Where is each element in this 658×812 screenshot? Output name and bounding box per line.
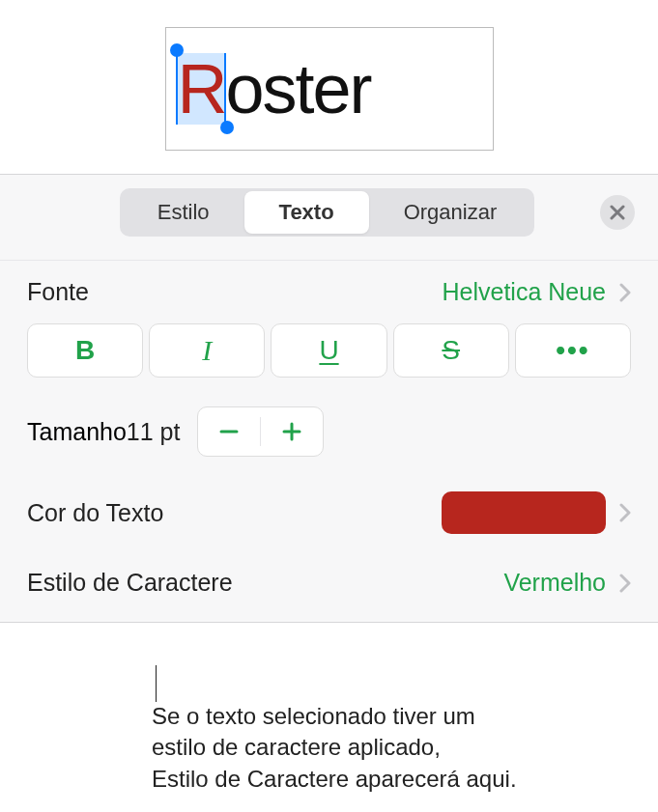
size-value: 11 pt (127, 418, 181, 446)
strikethrough-button[interactable]: S (393, 323, 509, 378)
text-color-row[interactable]: Cor do Texto (0, 474, 658, 551)
italic-icon: I (202, 334, 212, 367)
chevron-right-icon (619, 283, 631, 302)
more-options-button[interactable]: ••• (515, 323, 631, 378)
size-label: Tamanho (27, 418, 127, 446)
tab-arrange[interactable]: Organizar (369, 191, 532, 234)
italic-button[interactable]: I (149, 323, 265, 378)
text-color-swatch[interactable] (442, 491, 606, 534)
callout-text: Se o texto selecionado tiver um estilo d… (152, 701, 635, 795)
chevron-right-icon (619, 503, 631, 522)
close-button[interactable] (600, 195, 635, 230)
plus-icon (281, 421, 302, 442)
character-style-row[interactable]: Estilo de Caractere Vermelho (0, 551, 658, 622)
character-style-value: Vermelho (503, 569, 606, 597)
style-buttons-row: B I U S ••• (0, 323, 658, 387)
text-color-label: Cor do Texto (27, 499, 163, 527)
tab-style[interactable]: Estilo (123, 191, 244, 234)
tab-segmented-control: Estilo Texto Organizar (120, 188, 534, 237)
bold-button[interactable]: B (27, 323, 143, 378)
font-value: Helvetica Neue (442, 278, 606, 306)
size-increase-button[interactable] (261, 407, 323, 456)
callout-line-3: Estilo de Caractere aparecerá aqui. (152, 764, 635, 795)
format-panel: Estilo Texto Organizar Fonte Helvetica N… (0, 174, 658, 623)
preview-rest-text: oster (226, 49, 371, 128)
close-icon (610, 205, 625, 220)
size-decrease-button[interactable] (198, 407, 260, 456)
minus-icon (218, 421, 240, 442)
more-icon: ••• (556, 335, 589, 366)
selection-wrap: R (178, 49, 226, 128)
strikethrough-icon: S (442, 335, 460, 366)
font-label: Fonte (27, 278, 89, 306)
text-preview-box[interactable]: R oster (165, 27, 494, 151)
bold-icon: B (75, 335, 95, 366)
selected-character: R (178, 50, 226, 127)
tabs-row: Estilo Texto Organizar (0, 188, 658, 260)
character-style-label: Estilo de Caractere (27, 569, 233, 597)
size-stepper (197, 406, 324, 457)
underline-icon: U (319, 335, 338, 366)
callout-line-1: Se o texto selecionado tiver um (152, 701, 635, 732)
underline-button[interactable]: U (271, 323, 386, 378)
callout-leader-line (156, 665, 157, 702)
chevron-right-icon (619, 574, 631, 593)
tab-text[interactable]: Texto (244, 191, 369, 234)
callout-line-2: estilo de caractere aplicado, (152, 732, 635, 763)
size-row: Tamanho 11 pt (0, 387, 658, 474)
font-row[interactable]: Fonte Helvetica Neue (0, 260, 658, 323)
